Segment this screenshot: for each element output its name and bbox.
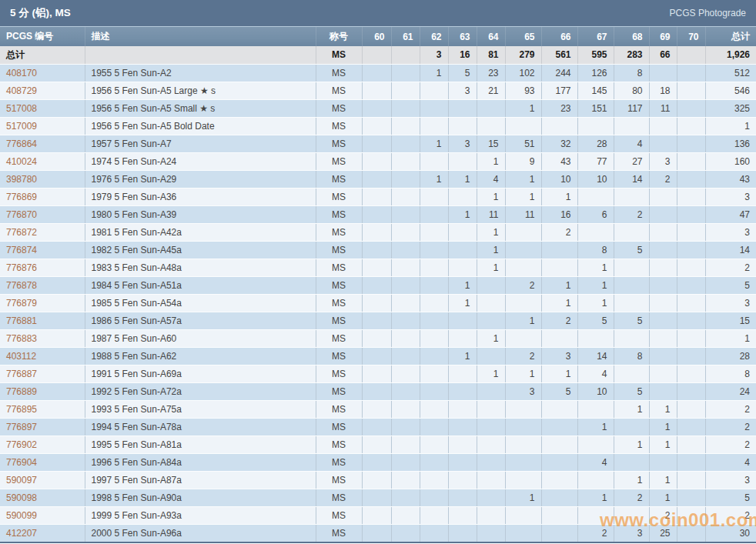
grade-65-count [505, 454, 541, 472]
grade-64-count [477, 525, 505, 543]
grade-61-count [391, 489, 420, 507]
pcgs-number-link[interactable]: 776876 [6, 262, 37, 273]
grade-64-count: 21 [477, 82, 505, 100]
pcgs-number-link[interactable]: 776872 [6, 227, 37, 238]
pcgs-number-link[interactable]: 776902 [6, 439, 37, 450]
pcgs-number-link[interactable]: 517008 [6, 103, 37, 114]
grade-66-count [541, 489, 577, 507]
pcgs-number-link[interactable]: 517009 [6, 121, 37, 132]
grade-65-count [505, 436, 541, 454]
grade-70-count [677, 206, 705, 224]
grade-69-count: 1 [649, 419, 677, 436]
grade-60-count [362, 135, 391, 153]
pcgs-number-link[interactable]: 776895 [6, 404, 37, 415]
grade-63-count [448, 365, 477, 383]
grade-60-count [362, 206, 391, 224]
grade-70-count [677, 153, 705, 171]
grade-68-count [614, 118, 649, 135]
grade-68-count: 80 [614, 82, 649, 100]
totals-grade-64-count: 81 [477, 46, 505, 65]
grade-66-count: 32 [541, 135, 577, 153]
grade-64-count [477, 295, 505, 312]
table-row: 5900981998 5 Fen Sun-A90aMS11215 [0, 489, 756, 507]
pcgs-number-link[interactable]: 776904 [6, 457, 37, 468]
pcgs-number-link[interactable]: 776897 [6, 422, 37, 432]
table-row: 7768871991 5 Fen Sun-A69aMS11148 [0, 365, 756, 383]
grade-68-count: 117 [614, 100, 649, 118]
pcgs-number-cell: 410024 [0, 153, 85, 171]
pcgs-number-link[interactable]: 776874 [6, 245, 37, 255]
table-row: 5170091956 5 Fen Sun-A5 Bold DateMS1 [0, 118, 756, 135]
designation-cell: MS [316, 259, 362, 277]
pcgs-number-link[interactable]: 776881 [6, 315, 37, 326]
photograde-link[interactable]: PCGS Photograde [670, 8, 746, 18]
grade-61-count [391, 507, 420, 525]
pcgs-number-link[interactable]: 776883 [6, 333, 37, 344]
grade-63-count [448, 419, 477, 436]
grade-68-count [614, 224, 649, 242]
grade-69-count [649, 312, 677, 330]
grade-60-count [362, 507, 391, 525]
pcgs-number-link[interactable]: 776879 [6, 298, 37, 309]
pcgs-number-link[interactable]: 776887 [6, 369, 37, 379]
pcgs-number-link[interactable]: 590098 [6, 492, 37, 503]
grade-62-count [420, 454, 448, 472]
coin-description: 1993 5 Fen Sun-A75a [85, 401, 316, 419]
grade-66-count: 1 [541, 189, 577, 206]
grade-62-count [420, 312, 448, 330]
grade-61-count [391, 401, 420, 419]
designation-cell: MS [316, 135, 362, 153]
row-total-count: 512 [705, 65, 756, 82]
grade-66-count [541, 118, 577, 135]
grade-69-count [649, 118, 677, 135]
grade-65-count: 1 [505, 100, 541, 118]
pcgs-number-link[interactable]: 590099 [6, 510, 37, 521]
table-row: 7769021995 5 Fen Sun-A81aMS112 [0, 436, 756, 454]
grade-61-count [391, 330, 420, 348]
grade-61-count [391, 171, 420, 189]
grade-65-count: 1 [505, 312, 541, 330]
pcgs-number-link[interactable]: 408729 [6, 85, 37, 96]
pcgs-number-link[interactable]: 776870 [6, 209, 37, 220]
pcgs-number-link[interactable]: 776864 [6, 139, 37, 149]
grade-63-count [448, 525, 477, 543]
grade-62-count [420, 348, 448, 365]
pcgs-number-link[interactable]: 408170 [6, 68, 37, 78]
totals-row: 总计MS31681279561595283661,926 [0, 46, 756, 65]
grade-63-count [448, 312, 477, 330]
pcgs-number-link[interactable]: 776869 [6, 192, 37, 202]
grade-61-count [391, 242, 420, 259]
grade-63-count: 3 [448, 135, 477, 153]
grade-67-count: 1 [577, 277, 614, 295]
grade-60-count [362, 348, 391, 365]
grade-61-count [391, 206, 420, 224]
grade-60-count [362, 312, 391, 330]
grade-68-count [614, 277, 649, 295]
grade-60-count [362, 489, 391, 507]
grade-68-count [614, 330, 649, 348]
pcgs-number-link[interactable]: 412207 [6, 528, 37, 539]
pcgs-number-link[interactable]: 403112 [6, 351, 36, 362]
grade-64-count [477, 100, 505, 118]
grade-63-count: 3 [448, 82, 477, 100]
designation-cell: MS [316, 489, 362, 507]
pcgs-number-link[interactable]: 776889 [6, 386, 37, 397]
pcgs-number-link[interactable]: 410024 [6, 156, 37, 167]
pcgs-number-link[interactable]: 776878 [6, 280, 37, 291]
totals-grade-70-count [677, 46, 705, 65]
table-row: 4122072000 5 Fen Sun-A96aMS232530 [0, 525, 756, 543]
pcgs-number-link[interactable]: 398780 [6, 174, 37, 185]
grade-64-count: 1 [477, 189, 505, 206]
grade-64-count: 1 [477, 330, 505, 348]
row-total-count: 30 [705, 525, 756, 543]
grade-63-count [448, 507, 477, 525]
grade-62-count [420, 277, 448, 295]
grade-64-count [477, 312, 505, 330]
pcgs-number-cell: 403112 [0, 348, 85, 365]
grade-66-count: 2 [541, 312, 577, 330]
pcgs-number-link[interactable]: 590097 [6, 475, 37, 486]
coin-description: 1984 5 Fen Sun-A51a [85, 277, 316, 295]
coin-description: 1974 5 Fen Sun-A24 [85, 153, 316, 171]
grade-69-count: 25 [649, 525, 677, 543]
grade-61-count [391, 419, 420, 436]
